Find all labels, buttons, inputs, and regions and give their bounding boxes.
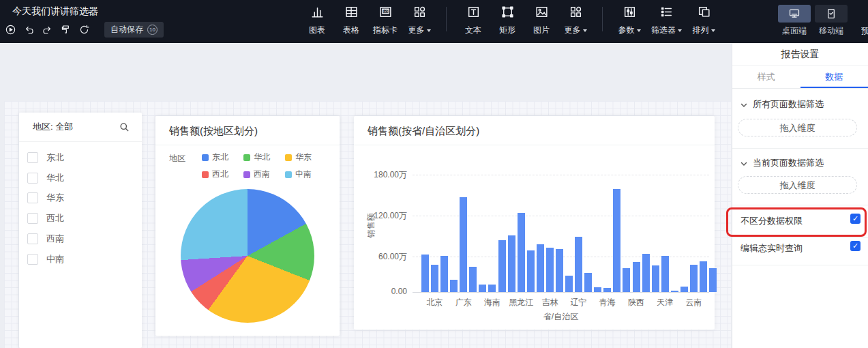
section-header-1[interactable]: 所有页面数据筛选 bbox=[740, 98, 824, 111]
preview-icon[interactable] bbox=[4, 23, 17, 36]
bar-2[interactable] bbox=[431, 265, 438, 292]
tool-chart-图表[interactable]: 图表 bbox=[305, 5, 329, 36]
bar-26[interactable] bbox=[661, 256, 669, 292]
bar-3[interactable] bbox=[440, 256, 448, 293]
checkbox-unchecked[interactable] bbox=[27, 254, 38, 265]
tool-label-text: 更多 bbox=[565, 25, 581, 36]
device-mobile[interactable]: 移动端 bbox=[815, 5, 848, 37]
bar-30[interactable] bbox=[700, 261, 707, 292]
filter-option-中南[interactable]: 中南 bbox=[19, 249, 142, 270]
tool-text-文本[interactable]: 文本 bbox=[461, 5, 485, 36]
bar-31[interactable] bbox=[709, 268, 717, 292]
checkbox-unchecked[interactable] bbox=[27, 152, 38, 163]
checkbox-unchecked[interactable] bbox=[27, 192, 38, 203]
tool-more-更多[interactable]: 更多 bbox=[563, 5, 588, 36]
filter-option-西南[interactable]: 西南 bbox=[19, 229, 142, 249]
bar-15[interactable] bbox=[556, 249, 563, 292]
y-tick-label: 0.00 bbox=[358, 287, 407, 296]
undo-icon[interactable] bbox=[23, 23, 35, 36]
legend-item-华北[interactable]: 华北 bbox=[243, 151, 270, 163]
tool-label-text: 更多 bbox=[408, 25, 425, 36]
refresh-icon[interactable] bbox=[78, 23, 91, 36]
filter-option-label: 西南 bbox=[46, 233, 64, 245]
tool-shape-矩形[interactable]: 矩形 bbox=[495, 5, 520, 36]
bar-20[interactable] bbox=[603, 288, 611, 292]
chevron-down-icon bbox=[740, 158, 747, 169]
clipped-toolbar-item[interactable]: 预览 bbox=[861, 25, 868, 37]
caret-down-icon bbox=[427, 29, 431, 32]
panel-divider bbox=[732, 148, 868, 149]
bar-5[interactable] bbox=[460, 197, 467, 293]
tab-数据[interactable]: 数据 bbox=[800, 66, 868, 88]
drop-zone-1[interactable]: 拖入维度 bbox=[738, 119, 857, 136]
toolbar-tool-groups: 图表表格123指标卡更多文本矩形图片更多参数筛选器排列 bbox=[300, 5, 721, 36]
legend-item-西北[interactable]: 西北 bbox=[202, 169, 228, 180]
legend-item-华东[interactable]: 华东 bbox=[285, 151, 312, 163]
bar-21[interactable] bbox=[613, 189, 620, 292]
bar-22[interactable] bbox=[623, 268, 630, 292]
bar-chart-widget: 销售额(按省/自治区划分) 销售额 180.00万120.00万60.00万0.… bbox=[354, 116, 715, 330]
tool-label-text: 文本 bbox=[465, 25, 481, 36]
checkbox-unchecked[interactable] bbox=[27, 233, 38, 244]
checkbox-checked-编辑态实时查询[interactable]: ✓ bbox=[850, 241, 860, 251]
checkbox-unchecked[interactable] bbox=[27, 173, 38, 184]
bar-6[interactable] bbox=[469, 267, 477, 292]
tool-kpi-指标卡[interactable]: 123指标卡 bbox=[373, 5, 398, 36]
desktop-icon bbox=[778, 5, 811, 23]
autosave-badge[interactable]: 自动保存 10 bbox=[104, 22, 164, 38]
filter-option-华东[interactable]: 华东 bbox=[19, 188, 142, 209]
section-header-2[interactable]: 当前页面数据筛选 bbox=[740, 157, 824, 169]
bar-19[interactable] bbox=[594, 287, 601, 292]
filter-option-西北[interactable]: 西北 bbox=[19, 208, 142, 229]
drop-zone-2[interactable]: 拖入维度 bbox=[738, 176, 857, 194]
bar-1[interactable] bbox=[421, 255, 429, 292]
bar-17[interactable] bbox=[575, 237, 582, 292]
tool-image-图片[interactable]: 图片 bbox=[529, 5, 554, 36]
search-icon[interactable] bbox=[119, 122, 130, 132]
bar-14[interactable] bbox=[546, 248, 554, 292]
tool-filter-筛选器[interactable]: 筛选器 bbox=[651, 5, 682, 36]
legend-item-东北[interactable]: 东北 bbox=[202, 151, 228, 163]
legend-label: 西南 bbox=[254, 169, 270, 180]
bar-9[interactable] bbox=[498, 240, 506, 292]
bar-8[interactable] bbox=[488, 285, 496, 292]
section-title: 当前页面数据筛选 bbox=[753, 157, 824, 169]
bar-16[interactable] bbox=[565, 276, 573, 292]
bar-24[interactable] bbox=[642, 254, 650, 292]
filter-option-华北[interactable]: 华北 bbox=[19, 168, 142, 188]
pie-chart[interactable] bbox=[181, 189, 314, 323]
table-icon bbox=[344, 5, 359, 22]
redo-icon[interactable] bbox=[41, 23, 54, 36]
bar-series bbox=[413, 175, 709, 292]
bar-29[interactable] bbox=[690, 265, 698, 292]
legend-label: 西北 bbox=[212, 169, 228, 180]
tool-arrange-排列[interactable]: 排列 bbox=[691, 5, 716, 36]
bar-18[interactable] bbox=[584, 273, 592, 292]
region-filter-widget[interactable]: 地区: 全部 东北华北华东西北西南中南 bbox=[19, 113, 142, 348]
bar-4[interactable] bbox=[450, 280, 458, 292]
device-desktop[interactable]: 桌面端 bbox=[778, 5, 811, 37]
checkbox-unchecked[interactable] bbox=[27, 213, 38, 224]
bar-12[interactable] bbox=[527, 250, 535, 292]
filter-option-东北[interactable]: 东北 bbox=[19, 147, 142, 168]
bar-27[interactable] bbox=[671, 291, 678, 292]
bar-23[interactable] bbox=[633, 262, 640, 292]
tab-样式[interactable]: 样式 bbox=[732, 66, 800, 88]
legend-item-西南[interactable]: 西南 bbox=[243, 169, 270, 180]
legend-item-中南[interactable]: 中南 bbox=[285, 169, 312, 180]
legend-swatch bbox=[202, 154, 209, 161]
bar-28[interactable] bbox=[680, 287, 688, 292]
bar-25[interactable] bbox=[652, 265, 659, 292]
checkbox-checked-不区分数据权限[interactable]: ✓ bbox=[850, 214, 860, 224]
tool-more-更多[interactable]: 更多 bbox=[407, 5, 432, 36]
tool-table-表格[interactable]: 表格 bbox=[339, 5, 363, 36]
caret-down-icon bbox=[637, 29, 641, 32]
bar-7[interactable] bbox=[479, 285, 486, 292]
format-brush-icon[interactable] bbox=[59, 23, 72, 36]
tool-params-参数[interactable]: 参数 bbox=[617, 5, 642, 36]
bar-11[interactable] bbox=[518, 213, 525, 292]
quick-actions: 自动保存 10 bbox=[4, 22, 164, 38]
bar-10[interactable] bbox=[508, 235, 515, 292]
bar-13[interactable] bbox=[537, 244, 544, 292]
tool-label: 图表 bbox=[309, 25, 325, 36]
